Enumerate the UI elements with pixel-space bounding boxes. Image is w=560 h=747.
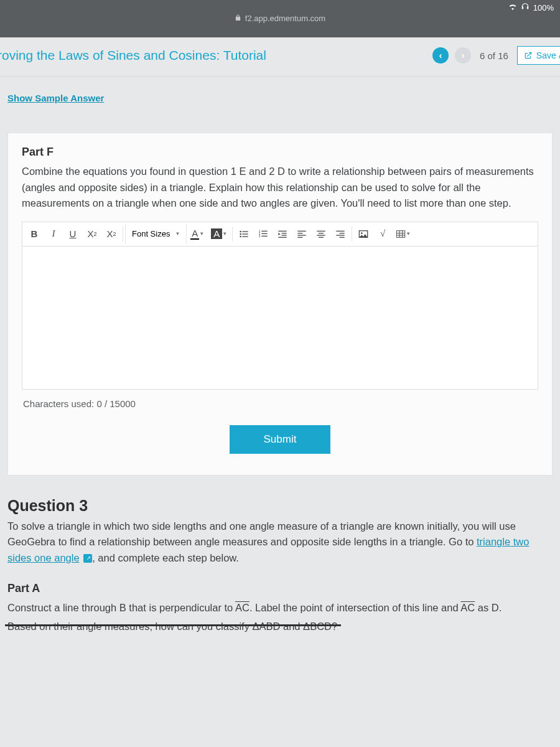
part-f-card: Part F Combine the equations you found i… bbox=[7, 133, 553, 476]
q3-title: Question 3 bbox=[7, 497, 553, 515]
nav-controls: ‹ › bbox=[432, 47, 471, 63]
svg-rect-23 bbox=[319, 237, 324, 237]
lock-icon bbox=[235, 14, 241, 23]
subscript-button[interactable]: X2 bbox=[102, 224, 121, 244]
svg-rect-18 bbox=[298, 235, 306, 235]
svg-rect-15 bbox=[279, 237, 287, 237]
svg-rect-16 bbox=[298, 230, 306, 231]
part-f-title: Part F bbox=[22, 146, 538, 159]
equation-button[interactable]: √ bbox=[373, 224, 392, 244]
submit-button[interactable]: Submit bbox=[230, 425, 331, 454]
table-button[interactable]: ▼ bbox=[393, 224, 414, 244]
url-bar[interactable]: f2.app.edmentum.com bbox=[0, 9, 560, 28]
italic-button[interactable]: I bbox=[44, 224, 63, 244]
align-right-button[interactable] bbox=[331, 224, 350, 244]
part-a-text: Construct a line through B that is perpe… bbox=[7, 600, 553, 616]
url-text: f2.app.edmentum.com bbox=[245, 14, 325, 23]
svg-point-0 bbox=[240, 230, 242, 232]
font-size-dropdown[interactable]: Font Sizes▼ bbox=[125, 224, 187, 244]
q3-text: To solve a triangle in which two side le… bbox=[7, 519, 553, 566]
bg-color-button[interactable]: A ▼ bbox=[208, 224, 230, 244]
svg-rect-19 bbox=[298, 237, 303, 237]
char-count: Characters used: 0 / 15000 bbox=[22, 390, 538, 418]
svg-rect-27 bbox=[340, 237, 345, 237]
part-a-title: Part A bbox=[7, 582, 553, 595]
svg-rect-3 bbox=[243, 233, 248, 234]
align-center-button[interactable] bbox=[312, 224, 330, 244]
svg-rect-5 bbox=[243, 236, 248, 237]
part-f-desc: Combine the equations you found in quest… bbox=[22, 164, 538, 212]
svg-rect-11 bbox=[262, 235, 268, 236]
underline-button[interactable]: U bbox=[63, 224, 82, 244]
header-bar: Proving the Laws of Sines and Cosines: T… bbox=[0, 37, 560, 77]
align-left-button[interactable] bbox=[292, 224, 311, 244]
svg-text:3: 3 bbox=[259, 235, 261, 238]
bold-button[interactable]: B bbox=[25, 224, 44, 244]
page-sheet: Proving the Laws of Sines and Cosines: T… bbox=[0, 37, 560, 747]
save-button[interactable]: Save & bbox=[517, 46, 560, 65]
svg-point-29 bbox=[361, 232, 363, 234]
status-bar: 100% bbox=[508, 2, 554, 13]
svg-rect-7 bbox=[262, 230, 268, 231]
svg-rect-26 bbox=[337, 235, 345, 235]
svg-rect-30 bbox=[397, 230, 405, 237]
svg-rect-13 bbox=[282, 233, 287, 233]
svg-rect-24 bbox=[337, 230, 345, 231]
prev-button[interactable]: ‹ bbox=[432, 47, 449, 63]
svg-rect-25 bbox=[340, 233, 345, 233]
svg-rect-12 bbox=[279, 230, 287, 231]
save-label: Save & bbox=[536, 50, 560, 60]
svg-rect-9 bbox=[262, 233, 268, 233]
svg-rect-22 bbox=[317, 235, 325, 235]
external-link-icon bbox=[83, 554, 92, 563]
svg-point-4 bbox=[240, 235, 242, 237]
headphones-icon bbox=[521, 2, 530, 13]
svg-point-2 bbox=[240, 233, 242, 235]
content-area: Show Sample Answer Part F Combine the eq… bbox=[0, 77, 560, 651]
svg-rect-20 bbox=[317, 230, 325, 231]
question-3: Question 3 To solve a triangle in which … bbox=[7, 497, 553, 635]
text-color-button[interactable]: A ▼ bbox=[187, 224, 207, 244]
svg-rect-17 bbox=[298, 233, 303, 233]
editor-toolbar: B I U X2 X2 Font Sizes▼ A ▼ A ▼ 123 bbox=[22, 222, 538, 247]
show-sample-answer-link[interactable]: Show Sample Answer bbox=[7, 93, 104, 103]
battery-text: 100% bbox=[533, 3, 554, 12]
svg-rect-1 bbox=[243, 231, 248, 232]
image-button[interactable] bbox=[354, 224, 373, 244]
next-button[interactable]: › bbox=[455, 47, 471, 63]
svg-rect-21 bbox=[319, 233, 324, 233]
number-list-button[interactable]: 123 bbox=[254, 224, 273, 244]
indent-button[interactable] bbox=[273, 224, 292, 244]
svg-rect-14 bbox=[282, 235, 287, 235]
page-title: Proving the Laws of Sines and Cosines: T… bbox=[0, 48, 432, 63]
superscript-button[interactable]: X2 bbox=[83, 224, 101, 244]
part-a-cutoff: Based on their angle measures, how can y… bbox=[7, 619, 553, 635]
page-counter: 6 of 16 bbox=[480, 50, 508, 61]
text-editor[interactable] bbox=[22, 247, 538, 390]
bullet-list-button[interactable] bbox=[235, 224, 253, 244]
part-a: Part A Construct a line through B that i… bbox=[7, 582, 553, 634]
wifi-icon bbox=[508, 2, 517, 13]
